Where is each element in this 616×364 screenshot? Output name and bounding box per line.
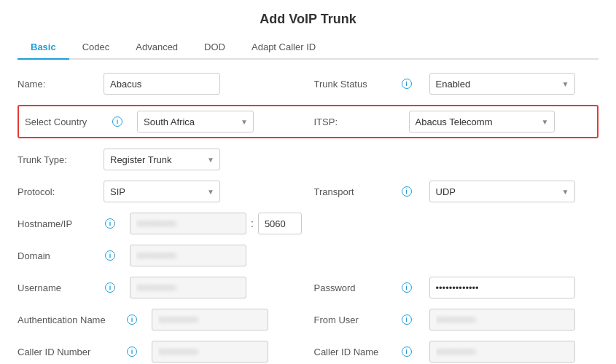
country-label: Select Country <box>25 116 105 127</box>
colon-separator: : <box>249 218 255 229</box>
hostname-label: Hostname/IP <box>17 218 98 229</box>
row-protocol-transport: Protocol: SIP IAX ▼ Transport i UDP TCP <box>17 181 599 202</box>
tab-dod[interactable]: DOD <box>191 36 238 60</box>
country-select-wrapper: South Africa ▼ <box>137 111 254 132</box>
row-country-itsp: Select Country i South Africa ▼ ITSP: Ab… <box>17 105 599 138</box>
tab-advanced[interactable]: Advanced <box>122 36 191 60</box>
username-info-icon[interactable]: i <box>105 282 115 293</box>
password-input[interactable] <box>429 277 575 298</box>
trunk-type-select-wrapper: Register Trunk Peer Trunk ▼ <box>104 149 220 170</box>
caller-id-number-info-icon[interactable]: i <box>127 347 137 357</box>
from-user-input[interactable] <box>429 309 575 331</box>
row-trunk-type: Trunk Type: Register Trunk Peer Trunk ▼ <box>17 149 599 170</box>
itsp-select-wrapper: Abacus Telecomm ▼ <box>409 111 555 132</box>
trunk-type-select[interactable]: Register Trunk Peer Trunk <box>104 149 220 170</box>
tab-codec[interactable]: Codec <box>69 36 123 60</box>
from-user-info-icon[interactable]: i <box>402 314 412 325</box>
transport-info-icon[interactable]: i <box>402 186 412 197</box>
transport-select[interactable]: UDP TCP TLS <box>429 181 575 202</box>
protocol-label: Protocol: <box>17 186 98 197</box>
hostname-input[interactable] <box>130 213 246 234</box>
tab-adapt-caller-id[interactable]: Adapt Caller ID <box>238 36 329 60</box>
row-domain: Domain i <box>17 245 599 266</box>
password-info-icon[interactable]: i <box>402 282 412 293</box>
group-password: Password i <box>314 277 599 298</box>
hostname-port-group: : <box>130 213 302 234</box>
itsp-label: ITSP: <box>314 116 394 127</box>
name-label: Name: <box>17 79 98 90</box>
group-transport: Transport i UDP TCP TLS ▼ <box>314 181 599 202</box>
row-callerid: Caller ID Number i Caller ID Name i <box>17 341 599 363</box>
auth-name-label: Authentication Name <box>17 314 120 325</box>
country-select[interactable]: South Africa <box>137 111 254 132</box>
domain-label: Domain <box>17 250 98 261</box>
trunk-status-select-wrapper: Enabled Disabled ▼ <box>429 73 575 95</box>
row-hostname: Hostname/IP i : <box>17 213 599 234</box>
caller-id-name-label: Caller ID Name <box>314 347 394 357</box>
page-title: Add VoIP Trunk <box>17 12 599 27</box>
caller-id-name-input[interactable] <box>429 341 575 363</box>
group-itsp: ITSP: Abacus Telecomm ▼ <box>314 111 592 132</box>
caller-id-name-info-icon[interactable]: i <box>402 347 412 357</box>
itsp-select[interactable]: Abacus Telecomm <box>409 111 555 132</box>
row-authname-fromuser: Authentication Name i From User i <box>17 309 599 331</box>
transport-label: Transport <box>314 186 394 197</box>
group-from-user: From User i <box>314 309 599 331</box>
row-name-status: Name: Trunk Status i Enabled Disabled ▼ <box>17 73 599 95</box>
port-input[interactable] <box>258 213 302 234</box>
group-caller-id-number: Caller ID Number i <box>17 341 303 363</box>
caller-id-number-label: Caller ID Number <box>17 347 120 357</box>
caller-id-number-input[interactable] <box>152 341 268 363</box>
transport-select-wrapper: UDP TCP TLS ▼ <box>429 181 575 202</box>
group-domain: Domain i <box>17 245 599 266</box>
row-username-password: Username i Password i <box>17 277 599 298</box>
auth-name-input[interactable] <box>152 309 268 331</box>
password-label: Password <box>314 282 394 293</box>
domain-info-icon[interactable]: i <box>105 250 115 261</box>
group-country: Select Country i South Africa ▼ <box>25 111 303 132</box>
country-info-icon[interactable]: i <box>112 116 122 127</box>
trunk-status-label: Trunk Status <box>314 79 394 90</box>
voip-trunk-form: Name: Trunk Status i Enabled Disabled ▼ <box>17 73 599 363</box>
group-trunk-type: Trunk Type: Register Trunk Peer Trunk ▼ <box>17 149 599 170</box>
name-input[interactable] <box>104 73 220 95</box>
auth-name-info-icon[interactable]: i <box>127 314 137 325</box>
username-label: Username <box>17 282 98 293</box>
protocol-select[interactable]: SIP IAX <box>104 181 220 202</box>
group-caller-id-name: Caller ID Name i <box>314 341 599 363</box>
group-username: Username i <box>17 277 303 298</box>
trunk-type-label: Trunk Type: <box>17 154 98 165</box>
tab-basic[interactable]: Basic <box>17 36 69 60</box>
from-user-label: From User <box>314 314 394 325</box>
group-hostname: Hostname/IP i : <box>17 213 599 234</box>
group-auth-name: Authentication Name i <box>17 309 303 331</box>
group-protocol: Protocol: SIP IAX ▼ <box>17 181 303 202</box>
tab-bar: Basic Codec Advanced DOD Adapt Caller ID <box>17 36 599 60</box>
group-name: Name: <box>17 73 303 95</box>
group-trunk-status: Trunk Status i Enabled Disabled ▼ <box>314 73 599 95</box>
trunk-status-info-icon[interactable]: i <box>402 79 412 89</box>
trunk-status-select[interactable]: Enabled Disabled <box>429 73 575 95</box>
username-input[interactable] <box>130 277 246 298</box>
hostname-info-icon[interactable]: i <box>105 218 115 229</box>
protocol-select-wrapper: SIP IAX ▼ <box>104 181 220 202</box>
domain-input[interactable] <box>130 245 246 266</box>
